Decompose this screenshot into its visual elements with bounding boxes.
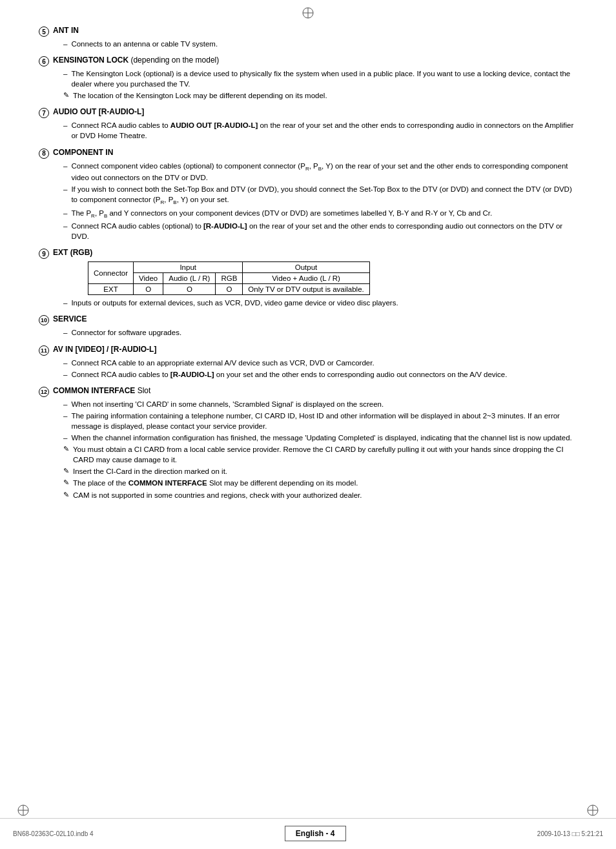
section-ant-in: 5 ANT IN – Connects to an antenna or cab…: [39, 26, 577, 49]
dash-icon: –: [63, 120, 67, 141]
section-title-kensington: KENSINGTON LOCK (depending on the model): [53, 56, 219, 65]
dash-icon: –: [63, 433, 67, 443]
footer-center: English - 4: [285, 826, 346, 843]
footer-language-label: English - 4: [285, 826, 346, 841]
section-title-audio-out: AUDIO OUT [R-AUDIO-L]: [53, 107, 144, 116]
bottom-right-crosshair-icon: [585, 803, 601, 818]
bullet-kensington-1: – The Kensington Lock (optional) is a de…: [63, 68, 577, 89]
section-number-10: 10: [39, 315, 49, 325]
section-title-service: SERVICE: [53, 314, 87, 323]
dash-icon: –: [63, 221, 67, 241]
note-ci-3: ✎ The place of the COMMON INTERFACE Slot…: [63, 478, 577, 488]
section-title-component-in: COMPONENT IN: [53, 148, 113, 157]
section-number-5: 5: [39, 26, 49, 37]
bullet-component-1: – Connect component video cables (option…: [63, 161, 577, 183]
dash-icon: –: [63, 208, 67, 220]
table-cell-ext-video: O: [134, 284, 163, 295]
table-subheader-video: Video: [134, 273, 163, 284]
dash-icon: –: [63, 327, 67, 338]
ext-rgb-table: Connector Input Output Video Audio (L / …: [88, 261, 370, 295]
dash-icon: –: [63, 298, 67, 308]
footer-left-text: BN68-02363C-02L10.indb 4: [13, 830, 94, 837]
section-title-common-interface: COMMON INTERFACE Slot: [53, 386, 150, 395]
table-subheader-video-audio-out: Video + Audio (L / R): [243, 273, 369, 284]
section-number-12: 12: [39, 387, 49, 397]
dash-icon: –: [63, 184, 67, 207]
table-header-connector: Connector: [88, 262, 134, 284]
table-cell-ext-audio: O: [163, 284, 216, 295]
section-number-9: 9: [39, 249, 49, 259]
note-pencil-icon: ✎: [63, 90, 69, 100]
dash-icon: –: [63, 411, 67, 431]
note-pencil-icon: ✎: [63, 490, 69, 500]
note-pencil-icon: ✎: [63, 478, 69, 487]
dash-icon: –: [63, 358, 67, 368]
note-ci-2: ✎ Insert the CI-Card in the direction ma…: [63, 466, 577, 476]
bullet-ci-3: – When the channel information configura…: [63, 433, 577, 443]
table-cell-ext-rgb: O: [216, 284, 243, 295]
section-number-8: 8: [39, 148, 49, 159]
section-audio-out: 7 AUDIO OUT [R-AUDIO-L] – Connect RCA au…: [39, 107, 577, 141]
bullet-service-1: – Connector for software upgrades.: [63, 327, 577, 338]
section-title-av-in: AV IN [VIDEO] / [R-AUDIO-L]: [53, 345, 156, 354]
top-crosshair-icon: [300, 5, 316, 21]
note-pencil-icon: ✎: [63, 466, 69, 476]
section-component-in: 8 COMPONENT IN – Connect component video…: [39, 148, 577, 242]
note-pencil-icon: ✎: [63, 444, 69, 454]
bottom-left-crosshair-icon: [15, 803, 31, 818]
dash-icon: –: [63, 369, 67, 380]
page: 5 ANT IN – Connects to an antenna or cab…: [0, 0, 616, 849]
bullet-component-3: – The PR, PB and Y connectors on your co…: [63, 208, 577, 220]
table-header-input: Input: [134, 262, 243, 273]
section-common-interface: 12 COMMON INTERFACE Slot – When not inse…: [39, 386, 577, 500]
bullet-ci-2: – The pairing information containing a t…: [63, 411, 577, 431]
bullet-ext-1: – Inputs or outputs for external devices…: [63, 298, 577, 308]
dash-icon: –: [63, 161, 67, 183]
table-subheader-audio: Audio (L / R): [163, 273, 216, 284]
note-ci-1: ✎ You must obtain a CI CARD from a local…: [63, 444, 577, 465]
bullet-av-in-2: – Connect RCA audio cables to [R-AUDIO-L…: [63, 369, 577, 380]
table-subheader-rgb: RGB: [216, 273, 243, 284]
bullet-audio-out-1: – Connect RCA audio cables to AUDIO OUT …: [63, 120, 577, 141]
note-kensington-1: ✎ The location of the Kensington Lock ma…: [63, 90, 577, 101]
footer-right-text: 2009-10-13 □□ 5:21:21: [537, 830, 603, 837]
section-title-ant-in: ANT IN: [53, 26, 79, 35]
dash-icon: –: [63, 68, 67, 89]
section-ext-rgb: 9 EXT (RGB) Connector Input Output Video…: [39, 248, 577, 308]
section-number-7: 7: [39, 108, 49, 118]
table-header-output: Output: [243, 262, 369, 273]
main-content: 5 ANT IN – Connects to an antenna or cab…: [0, 0, 616, 558]
bullet-av-in-1: – Connect RCA cable to an appropriate ex…: [63, 358, 577, 368]
section-title-ext-rgb: EXT (RGB): [53, 248, 92, 257]
section-kensington-lock: 6 KENSINGTON LOCK (depending on the mode…: [39, 56, 577, 101]
section-number-11: 11: [39, 345, 49, 356]
bullet-component-2: – If you wish to connect both the Set-To…: [63, 184, 577, 207]
dash-icon: –: [63, 39, 67, 49]
bullet-ant-in-1: – Connects to an antenna or cable TV sys…: [63, 39, 577, 49]
table-cell-ext-label: EXT: [88, 284, 134, 295]
section-service: 10 SERVICE – Connector for software upgr…: [39, 314, 577, 338]
bullet-ci-1: – When not inserting 'CI CARD' in some c…: [63, 399, 577, 409]
section-number-6: 6: [39, 56, 49, 66]
bullet-component-4: – Connect RCA audio cables (optional) to…: [63, 221, 577, 241]
note-ci-4: ✎ CAM is not supported in some countries…: [63, 490, 577, 500]
table-cell-ext-output: Only TV or DTV output is available.: [243, 284, 369, 295]
dash-icon: –: [63, 399, 67, 409]
footer: BN68-02363C-02L10.indb 4 English - 4 200…: [0, 818, 616, 849]
section-av-in: 11 AV IN [VIDEO] / [R-AUDIO-L] – Connect…: [39, 345, 577, 380]
